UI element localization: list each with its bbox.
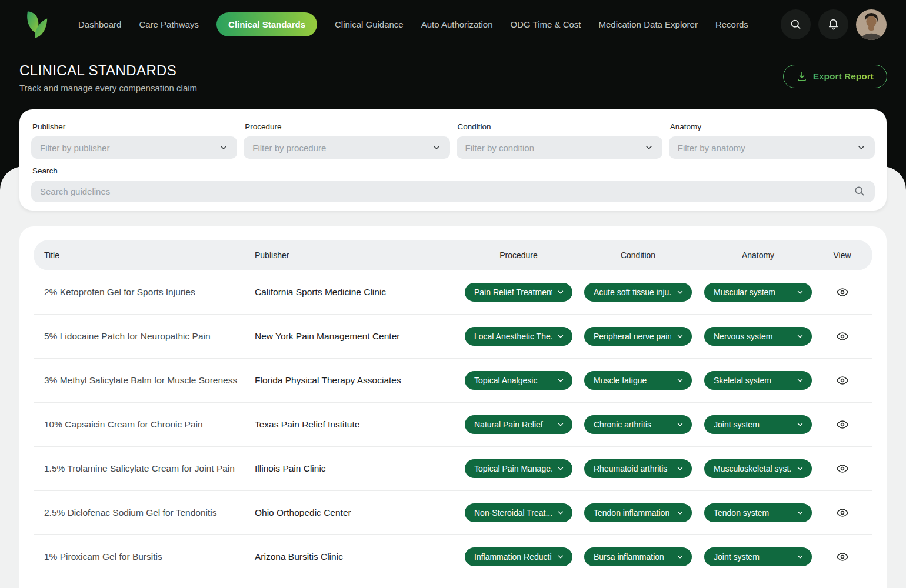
nav-item-records[interactable]: Records <box>715 12 748 36</box>
table-row: 2.5% Diclofenac Sodium Gel for Tendoniti… <box>34 491 872 535</box>
column-header-procedure: Procedure <box>465 250 572 260</box>
cell-publisher: Arizona Bursitis Clinic <box>255 552 465 562</box>
chevron-down-icon <box>796 332 804 340</box>
procedure-dropdown[interactable]: Inflammation Reducti... <box>465 547 572 566</box>
filter-field-procedure: Procedure Filter by procedure <box>244 122 449 159</box>
condition-value: Tendon inflammation <box>594 508 671 517</box>
procedure-dropdown[interactable]: Non-Steroidal Treat... <box>465 503 572 522</box>
notifications-button[interactable] <box>818 9 848 39</box>
procedure-dropdown[interactable]: Topical Pain Manage... <box>465 459 572 478</box>
chevron-down-icon <box>796 288 804 296</box>
view-button[interactable] <box>834 283 851 301</box>
condition-value: Peripheral nerve pain <box>594 332 671 341</box>
column-header-publisher: Publisher <box>255 250 465 260</box>
main-nav: DashboardCare PathwaysClinical Standards… <box>78 12 748 36</box>
chevron-down-icon <box>676 553 684 561</box>
view-button[interactable] <box>834 504 851 522</box>
column-header-title: Title <box>44 250 255 260</box>
condition-dropdown[interactable]: Acute soft tissue inju... <box>584 283 692 302</box>
cell-title: 1% Piroxicam Gel for Bursitis <box>44 552 255 562</box>
filter-placeholder: Filter by anatomy <box>678 143 745 153</box>
filter-label-condition: Condition <box>458 122 662 131</box>
anatomy-value: Joint system <box>714 420 791 429</box>
chevron-down-icon <box>644 143 654 152</box>
chevron-down-icon <box>557 376 565 385</box>
filter-select-procedure[interactable]: Filter by procedure <box>244 136 449 159</box>
filter-field-anatomy: Anatomy Filter by anatomy <box>669 122 875 159</box>
filter-select-publisher[interactable]: Filter by publisher <box>31 136 237 159</box>
eye-icon <box>836 550 849 563</box>
anatomy-dropdown[interactable]: Skeletal system <box>704 371 812 390</box>
eye-icon <box>836 286 849 299</box>
anatomy-dropdown[interactable]: Joint system <box>704 415 812 434</box>
nav-item-clinical-standards[interactable]: Clinical Standards <box>216 12 317 36</box>
table-row: 10% Capsaicin Cream for Chronic Pain Tex… <box>34 403 872 447</box>
eye-icon <box>836 330 849 343</box>
search-button[interactable] <box>781 9 811 39</box>
nav-item-dashboard[interactable]: Dashboard <box>78 12 121 36</box>
procedure-value: Natural Pain Relief <box>474 420 552 429</box>
cell-publisher: Illinois Pain Clinic <box>255 463 465 474</box>
anatomy-dropdown[interactable]: Muscular system <box>704 283 812 302</box>
cell-title: 5% Lidocaine Patch for Neuropathic Pain <box>44 331 255 342</box>
view-button[interactable] <box>834 372 851 389</box>
filter-field-condition: Condition Filter by condition <box>457 122 662 159</box>
condition-dropdown[interactable]: Chronic arthritis <box>584 415 692 434</box>
table-row: 1.5% Trolamine Salicylate Cream for Join… <box>34 447 872 491</box>
export-report-button[interactable]: Export Report <box>783 65 887 88</box>
procedure-dropdown[interactable]: Local Anesthetic The... <box>465 327 572 346</box>
filter-fields: Publisher Filter by publisher Procedure … <box>31 122 875 159</box>
anatomy-dropdown[interactable]: Joint system <box>704 547 812 566</box>
user-avatar[interactable] <box>856 9 887 40</box>
chevron-down-icon <box>796 465 804 473</box>
condition-dropdown[interactable]: Peripheral nerve pain <box>584 327 692 346</box>
cell-publisher: Ohio Orthopedic Center <box>255 507 465 518</box>
condition-dropdown[interactable]: Rheumatoid arthritis <box>584 459 692 478</box>
column-header-view: View <box>812 250 872 260</box>
anatomy-value: Tendon system <box>714 508 791 517</box>
anatomy-dropdown[interactable]: Musculoskeletal syst... <box>704 459 812 478</box>
procedure-dropdown[interactable]: Topical Analgesic <box>465 371 572 390</box>
view-button[interactable] <box>834 328 851 345</box>
procedure-dropdown[interactable]: Pain Relief Treatment <box>465 283 572 302</box>
bell-icon <box>827 18 840 31</box>
condition-dropdown[interactable]: Bursa inflammation <box>584 547 692 566</box>
view-button[interactable] <box>834 416 851 433</box>
nav-item-care-pathways[interactable]: Care Pathways <box>139 12 199 36</box>
chevron-down-icon <box>557 465 565 473</box>
nav-item-clinical-guidance[interactable]: Clinical Guidance <box>335 12 404 36</box>
filter-placeholder: Filter by condition <box>465 143 535 153</box>
anatomy-dropdown[interactable]: Tendon system <box>704 503 812 522</box>
cell-publisher: Florida Physical Therapy Associates <box>255 375 465 386</box>
procedure-value: Non-Steroidal Treat... <box>474 508 552 517</box>
view-button[interactable] <box>834 548 851 566</box>
procedure-value: Inflammation Reducti... <box>474 552 552 562</box>
filter-select-condition[interactable]: Filter by condition <box>457 136 662 159</box>
chevron-down-icon <box>219 143 228 152</box>
chevron-down-icon <box>676 420 684 429</box>
search-input-wrap <box>31 181 875 202</box>
condition-dropdown[interactable]: Tendon inflammation <box>584 503 692 522</box>
procedure-dropdown[interactable]: Natural Pain Relief <box>465 415 572 434</box>
table-header-row: Title Publisher Procedure Condition Anat… <box>34 240 872 270</box>
table-body: 2% Ketoprofen Gel for Sports Injuries Ca… <box>34 270 872 579</box>
search-input[interactable] <box>31 181 875 202</box>
guidelines-table: Title Publisher Procedure Condition Anat… <box>19 226 887 588</box>
chevron-down-icon <box>796 553 804 561</box>
nav-item-medication-data-explorer[interactable]: Medication Data Explorer <box>599 12 698 36</box>
avatar-image <box>856 9 887 40</box>
anatomy-value: Nervous system <box>714 332 791 341</box>
cell-title: 3% Methyl Salicylate Balm for Muscle Sor… <box>44 375 255 386</box>
nav-item-auto-authorization[interactable]: Auto Authorization <box>421 12 493 36</box>
brand-logo-icon <box>24 9 48 40</box>
anatomy-value: Muscular system <box>714 288 791 297</box>
table-row: 5% Lidocaine Patch for Neuropathic Pain … <box>34 315 872 359</box>
chevron-down-icon <box>557 288 565 296</box>
anatomy-dropdown[interactable]: Nervous system <box>704 327 812 346</box>
cell-title: 1.5% Trolamine Salicylate Cream for Join… <box>44 463 255 474</box>
page-title: CLINICAL STANDARDS <box>19 62 197 79</box>
nav-item-odg-time-cost[interactable]: ODG Time & Cost <box>510 12 581 36</box>
view-button[interactable] <box>834 460 851 477</box>
condition-dropdown[interactable]: Muscle fatigue <box>584 371 692 390</box>
filter-select-anatomy[interactable]: Filter by anatomy <box>669 136 875 159</box>
